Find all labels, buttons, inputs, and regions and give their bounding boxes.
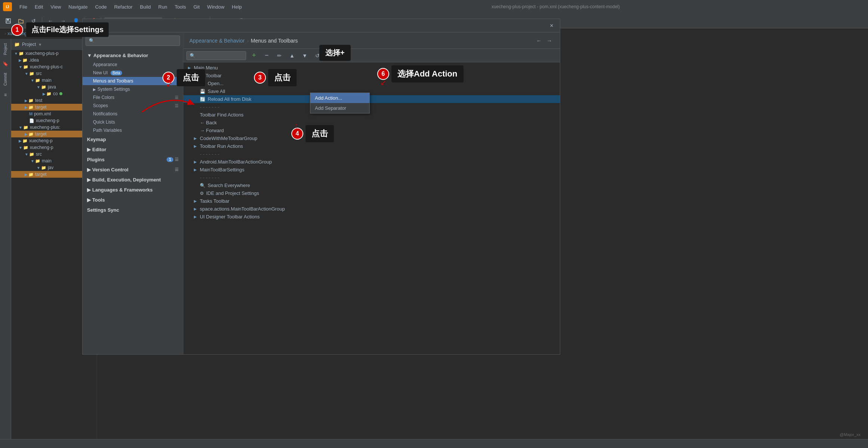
tree-toolbar-run[interactable]: ▶ Toolbar Run Actions: [183, 142, 560, 150]
sidebar-commit-icon[interactable]: Commit: [3, 71, 8, 87]
tree-android[interactable]: ▶ Android.MainToolBarActionGroup: [183, 158, 560, 166]
annotation-1: 1 点击File选择Settings: [11, 22, 109, 37]
breadcrumb-menus[interactable]: Menus and Toolbars: [251, 38, 298, 44]
tree-arrow-root: ▼: [14, 52, 18, 56]
menu-run[interactable]: Run: [155, 3, 170, 11]
remove-item-button[interactable]: −: [262, 51, 272, 60]
settings-section-plugins[interactable]: Plugins 1 ☰: [83, 155, 183, 165]
settings-section-appearance-behavior[interactable]: ▼ Appearance & Behavior: [83, 50, 183, 60]
menu-tools[interactable]: Tools: [172, 3, 189, 11]
project-dropdown-icon[interactable]: ▼: [38, 43, 42, 47]
tree-sep3[interactable]: - - - - - - -: [183, 174, 560, 181]
sep3-label: - - - - - - -: [200, 175, 219, 180]
settings-item-notifications[interactable]: Notifications: [83, 110, 183, 118]
nav-back-button[interactable]: ←: [534, 36, 543, 45]
move-down-button[interactable]: ▼: [300, 51, 310, 60]
menu-code[interactable]: Code: [92, 3, 110, 11]
editor-label: Editor: [92, 147, 106, 152]
tree-sep2[interactable]: - - - - - - -: [183, 150, 560, 158]
breadcrumb-ab[interactable]: Appearance & Behavior: [189, 38, 245, 44]
tt-arrow-icon: ▶: [194, 199, 198, 203]
nav-forward-button[interactable]: →: [545, 36, 554, 45]
tree-open[interactable]: 📁 Open...: [183, 80, 560, 87]
tree-main-toolbar[interactable]: ▼ Main Toolbar: [183, 72, 560, 80]
save-disk-icon: 💾: [200, 89, 205, 94]
menu-view[interactable]: View: [47, 3, 64, 11]
settings-item-appearance[interactable]: Appearance: [83, 60, 183, 69]
tree-space-actions[interactable]: ▶ space.actions.MainToolBarActionGroup: [183, 205, 560, 213]
tree-arrow-target3: ▶: [25, 172, 28, 177]
menu-git[interactable]: Git: [190, 3, 203, 11]
settings-section-build[interactable]: ▶ Build, Execution, Deployment: [83, 175, 183, 185]
context-menu-add-action[interactable]: Add Action...: [310, 93, 369, 103]
project-label: Project: [22, 42, 36, 47]
menu-build[interactable]: Build: [137, 3, 154, 11]
settings-search-box[interactable]: 🔍: [86, 35, 180, 46]
tree-tasks-toolbar[interactable]: ▶ Tasks Toolbar: [183, 197, 560, 205]
languages-label: Languages & Frameworks: [92, 187, 153, 193]
settings-dialog: Settings × 🔍 ▼ Appearance & Behavior App…: [82, 19, 560, 355]
menu-refactor[interactable]: Refactor: [111, 3, 136, 11]
tree-main-toolbar-settings[interactable]: ▶ MainToolBarSettings: [183, 166, 560, 174]
tree-arrow-src: ▼: [25, 72, 28, 76]
step-6-label: 选择Add Action: [391, 65, 464, 83]
settings-item-path-variables[interactable]: Path Variables: [83, 126, 183, 134]
settings-item-file-colors[interactable]: File Colors ☰: [83, 93, 183, 102]
tree-main-menu[interactable]: ▶ Main Menu: [183, 64, 560, 72]
search-everywhere-label: Search Everywhere: [208, 183, 250, 188]
annotation-5: 5 选择+: [319, 47, 331, 59]
settings-section-languages[interactable]: ▶ Languages & Frameworks: [83, 185, 183, 195]
nav-arrows: ← →: [534, 36, 554, 45]
tree-arrow-main: ▼: [31, 78, 34, 83]
dialog-close-button[interactable]: ×: [548, 22, 555, 29]
main-toolbar-settings-label: MainToolBarSettings: [200, 167, 244, 172]
settings-section-tools[interactable]: ▶ Tools: [83, 195, 183, 205]
menus-search-input[interactable]: [186, 51, 246, 60]
jav-folder-icon: 📁: [41, 165, 46, 170]
ss-arrow-icon: ▶: [93, 87, 96, 91]
menu-help[interactable]: Help: [229, 3, 245, 11]
settings-section-sync[interactable]: Settings Sync: [83, 205, 183, 215]
tree-ide-settings[interactable]: ⚙ IDE and Project Settings: [183, 189, 560, 197]
settings-section-keymap[interactable]: Keymap: [83, 134, 183, 144]
co-badge: [59, 92, 62, 95]
vc-icon: ☰: [175, 167, 179, 172]
idea-folder-icon: 📁: [22, 58, 28, 63]
jav-label: jav: [48, 165, 53, 170]
move-up-button[interactable]: ▲: [287, 51, 297, 60]
settings-item-scopes[interactable]: Scopes ☰: [83, 102, 183, 110]
tree-back[interactable]: ← Back: [183, 119, 560, 127]
menu-file[interactable]: File: [16, 3, 30, 11]
step-1-badge: 1: [11, 24, 23, 36]
add-item-button[interactable]: +: [249, 51, 259, 60]
breadcrumb-sep0: ›: [4, 31, 6, 36]
sidebar-project-icon[interactable]: Project: [3, 42, 8, 56]
context-menu-add-separator[interactable]: Add Separator: [310, 103, 369, 113]
file-colors-label: File Colors: [93, 95, 114, 100]
tree-forward[interactable]: → Forward: [183, 127, 560, 134]
test-label: test: [35, 98, 42, 103]
menu-edit[interactable]: Edit: [32, 3, 46, 11]
main2-label: main: [42, 158, 52, 164]
settings-item-quick-lists[interactable]: Quick Lists: [83, 118, 183, 126]
step-3-label: 点击: [268, 69, 297, 86]
tree-codewithme[interactable]: ▶ CodeWithMeToolbarGroup: [183, 134, 560, 142]
sidebar-structure-icon[interactable]: ≡: [1, 90, 10, 99]
tree-ui-designer[interactable]: ▶ UI Designer Toolbar Actions: [183, 213, 560, 221]
settings-search-icon: 🔍: [89, 38, 94, 43]
step-4-label: 点击: [306, 125, 334, 142]
settings-section-editor[interactable]: ▶ Editor: [83, 144, 183, 155]
settings-section-version-control[interactable]: ▶ Version Control ☰: [83, 165, 183, 175]
tree-toolbar-find[interactable]: Toolbar Find Actions: [183, 111, 560, 119]
edit-item-button[interactable]: ✏: [275, 51, 284, 60]
tree-save-all[interactable]: 💾 Save All: [183, 87, 560, 95]
tree-reload-disk[interactable]: 🔄 Reload All from Disk: [183, 95, 560, 103]
tree-sep1[interactable]: - - - - - - -: [183, 103, 560, 111]
sidebar-bookmark-icon[interactable]: 🔖: [1, 59, 10, 68]
tree-search-everywhere[interactable]: 🔍 Search Everywhere: [183, 181, 560, 189]
dialog-titlebar: Settings ×: [83, 19, 560, 32]
menu-navigate[interactable]: Navigate: [65, 3, 90, 11]
mts-arrow-icon: ▶: [194, 168, 198, 172]
menu-window[interactable]: Window: [204, 3, 227, 11]
main2-folder-icon: 📁: [35, 159, 40, 164]
